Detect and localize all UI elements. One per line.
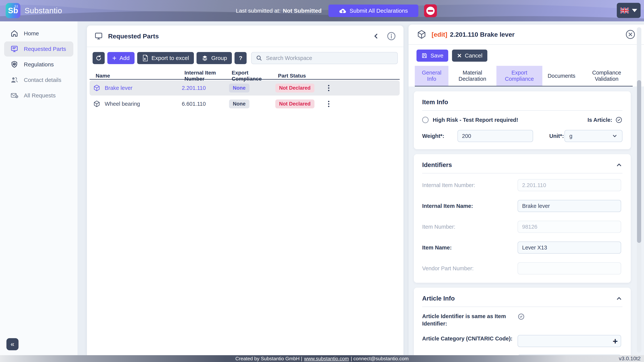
tab-general-info[interactable]: General Info: [415, 66, 448, 86]
part-status-badge: Not Declared: [275, 100, 314, 108]
help-button[interactable]: ?: [234, 52, 246, 64]
edit-part-panel: [edit] 2.201.110 Brake lever Save ✕ Canc…: [408, 25, 644, 355]
high-risk-radio[interactable]: [422, 117, 428, 123]
collapse-section-button[interactable]: [616, 162, 622, 168]
submit-all-declarations-button[interactable]: Submit All Declarations: [328, 5, 418, 17]
export-compliance-badge: None: [229, 100, 250, 108]
table-row[interactable]: Wheel bearing 6.601.110 None Not Declare…: [90, 96, 400, 111]
article-category-input[interactable]: [518, 335, 621, 347]
part-name-link[interactable]: Wheel bearing: [105, 101, 140, 107]
collapse-panel-button[interactable]: [372, 32, 380, 40]
collapse-section-button[interactable]: [616, 295, 622, 302]
field-label: Internal Item Number:: [422, 182, 518, 188]
package-icon: [93, 100, 100, 108]
language-selector[interactable]: [617, 3, 640, 18]
footer-contact: | connect@substantio.com: [351, 356, 408, 361]
table-row[interactable]: Brake lever 2.201.110 None Not Declared: [90, 80, 400, 96]
brand: Sb 51 Substantio: [6, 3, 62, 18]
article-category-label: Article Category (CN/TARIC Code):: [422, 335, 518, 342]
excel-file-icon: [142, 55, 148, 62]
collapse-sidebar-button[interactable]: «: [6, 338, 18, 350]
field-label: Item Name:: [422, 245, 518, 251]
field-label: Item Number:: [422, 224, 518, 230]
sidebar-item-requested-parts[interactable]: Requested Parts: [4, 42, 73, 57]
tab-material-declaration[interactable]: Material Declaration: [448, 66, 496, 86]
same-identifier-label: Article Identifier is same as Item Ident…: [422, 313, 518, 327]
envelope-check-icon: [10, 91, 18, 100]
part-name-link[interactable]: Brake lever: [105, 85, 132, 91]
minus-circle-icon: [426, 7, 434, 15]
high-risk-label: High Risk - Test Report required!: [433, 117, 518, 123]
tab-bar: General Info Material Declaration Export…: [415, 66, 633, 86]
app-title: Substantio: [24, 6, 62, 15]
tab-compliance-validation[interactable]: Compliance Validation: [581, 66, 633, 86]
panel-content: Item Info High Risk - Test Report requir…: [408, 86, 644, 355]
section-title: Article Info: [422, 295, 455, 302]
footer: Created by Substantio GmbH | www.substan…: [0, 355, 644, 362]
table-header: Name Internal Item Number Export Complia…: [90, 70, 400, 80]
sidebar-item-home[interactable]: Home: [4, 26, 73, 41]
add-category-button[interactable]: +: [613, 337, 618, 345]
weight-input[interactable]: [458, 130, 533, 142]
item-info-card: Item Info High Risk - Test Report requir…: [414, 91, 631, 149]
search-workspace: [251, 52, 398, 64]
app-logo: Sb 51: [6, 3, 20, 18]
group-button[interactable]: Group: [196, 52, 232, 64]
sidebar-item-contact-details[interactable]: Contact details: [4, 73, 73, 88]
export-to-excel-button[interactable]: Export to excel: [137, 52, 194, 64]
add-button[interactable]: + Add: [107, 52, 134, 64]
tab-export-compliance[interactable]: Export Compliance: [496, 66, 542, 86]
section-title: Identifiers: [422, 161, 452, 169]
sidebar-item-all-requests[interactable]: All Requests: [4, 88, 73, 103]
item-number-input: [518, 221, 621, 233]
save-icon: [422, 53, 428, 59]
panel-scrollbar[interactable]: [637, 27, 641, 352]
internal-item-number: 6.601.110: [182, 101, 229, 107]
is-article-label: Is Article:: [588, 117, 612, 123]
refresh-button[interactable]: [92, 52, 105, 64]
check-circle-icon[interactable]: [518, 313, 525, 320]
check-circle-icon[interactable]: [615, 116, 622, 124]
unit-select[interactable]: g: [564, 130, 622, 142]
x-icon: ✕: [457, 52, 462, 59]
people-icon: [10, 76, 18, 84]
item-name-input[interactable]: [518, 241, 621, 254]
package-icon: [93, 84, 100, 92]
info-button[interactable]: [386, 31, 396, 41]
chevron-down-icon: [632, 9, 637, 12]
last-submitted-value: Not Submitted: [283, 8, 322, 14]
edit-mode-tag: [edit]: [432, 31, 447, 38]
cancel-submission-button[interactable]: [424, 4, 437, 17]
tab-documents[interactable]: Documents: [542, 66, 581, 86]
toolbar: + Add Export to excel Group ?: [92, 52, 398, 64]
version-label: v3.0.10t2: [619, 355, 640, 361]
vendor-part-number-input: [518, 262, 621, 274]
monitor-icon: [94, 32, 103, 41]
scrollbar-thumb[interactable]: [637, 80, 641, 243]
home-icon: [10, 29, 18, 38]
article-info-card: Article Info Article Identifier is same …: [414, 288, 631, 355]
save-button[interactable]: Save: [416, 50, 448, 62]
footer-created: Created by Substantio GmbH |: [236, 356, 302, 361]
search-input[interactable]: [266, 55, 393, 61]
internal-item-number-input: [518, 179, 621, 191]
field-label: Vendor Part Number:: [422, 265, 518, 272]
uk-flag-icon: [620, 8, 629, 14]
part-status-badge: Not Declared: [275, 84, 314, 93]
weight-label: Weight*:: [422, 133, 458, 139]
logo-superscript: 51: [14, 5, 18, 8]
last-submitted-label: Last submitted at:: [236, 8, 280, 14]
row-menu-button[interactable]: [325, 101, 332, 107]
monitor-icon: [10, 45, 18, 53]
identifiers-card: Identifiers Internal Item Number: Intern…: [414, 154, 631, 283]
sidebar-item-regulations[interactable]: Regulations: [4, 57, 73, 72]
internal-item-number: 2.201.110: [182, 85, 229, 91]
internal-item-name-input[interactable]: [518, 200, 621, 212]
close-panel-button[interactable]: [625, 29, 636, 40]
chevron-down-icon: [612, 133, 618, 139]
page-title: Requested Parts: [108, 33, 159, 40]
shield-check-icon: [10, 60, 18, 69]
row-menu-button[interactable]: [325, 85, 332, 91]
footer-website-link[interactable]: www.substantio.com: [304, 356, 349, 361]
cancel-button[interactable]: ✕ Cancel: [452, 50, 487, 62]
